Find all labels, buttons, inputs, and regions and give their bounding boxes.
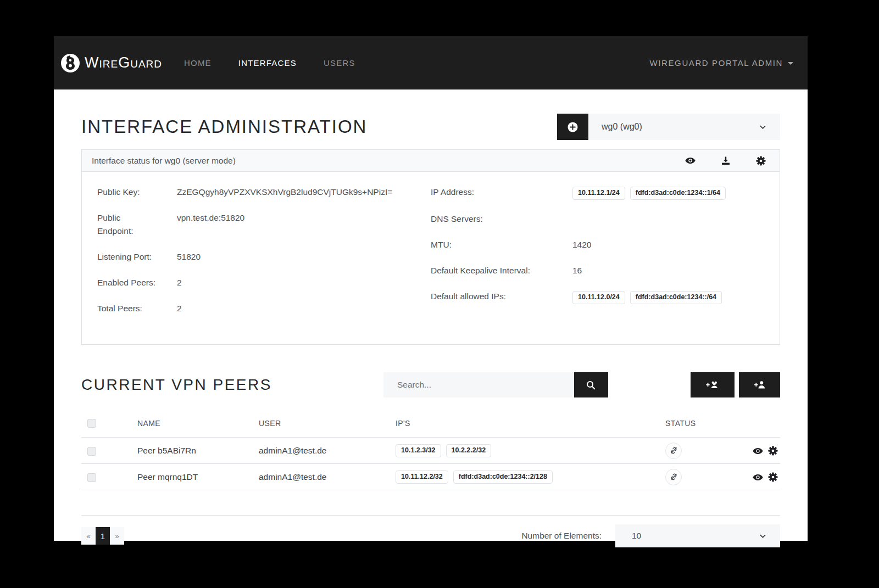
status-field-row: Enabled Peers:2	[97, 276, 431, 289]
top-navbar: WireGuard HOMEINTERFACESUSERS WIREGUARD …	[54, 36, 808, 89]
add-interface-button[interactable]	[557, 114, 588, 140]
field-label: Total Peers:	[97, 302, 159, 315]
brand[interactable]: WireGuard	[60, 53, 162, 73]
interface-select-value: wg0 (wg0)	[602, 122, 642, 132]
field-label: Default Keepalive Interval:	[431, 264, 563, 277]
download-config-button[interactable]	[721, 155, 731, 166]
main-nav: HOMEINTERFACESUSERS	[184, 58, 355, 68]
select-all-header	[81, 411, 137, 438]
user-menu-label: WIREGUARD PORTAL ADMIN	[650, 58, 783, 68]
peer-status-cell	[665, 464, 735, 490]
peer-select-cell	[81, 464, 137, 490]
peers-table: NAME USER IP'S STATUS Peer b5ABi7Rnadmin…	[81, 411, 780, 490]
interface-details-right: IP Address:10.11.12.1/24fdfd:d3ad:c0de:1…	[431, 186, 764, 328]
search-input[interactable]	[383, 372, 574, 397]
link-slash-icon	[670, 473, 678, 481]
status-field-row: Default allowed IPs:10.11.12.0/24fdfd:d3…	[431, 290, 764, 304]
view-config-button[interactable]	[685, 155, 696, 166]
ip-badge: 10.2.2.2/32	[446, 444, 492, 457]
status-field-row: Default Keepalive Interval:16	[431, 264, 764, 277]
chevron-down-icon	[759, 123, 767, 131]
row-checkbox[interactable]	[87, 447, 96, 456]
column-header-actions	[735, 411, 780, 438]
ip-badge: fdfd:d3ad:c0de:1234::/64	[630, 291, 722, 304]
add-peer-button[interactable]	[739, 372, 780, 397]
page-nav-button[interactable]: «	[81, 527, 96, 545]
peer-status-cell	[665, 438, 735, 464]
column-header-status: STATUS	[665, 411, 735, 438]
add-users-icon	[705, 380, 720, 390]
edit-peer-button[interactable]	[768, 472, 778, 482]
status-field-row: Public Key:ZzEGQgyh8yVPZXVKSXhVrgB2lud9C…	[97, 186, 431, 199]
user-menu[interactable]: WIREGUARD PORTAL ADMIN	[650, 58, 793, 68]
row-checkbox[interactable]	[87, 473, 96, 482]
peer-name: Peer b5ABi7Rn	[137, 438, 259, 464]
field-value: 16	[572, 264, 582, 277]
table-row: Peer b5ABi7RnadminA1@test.de10.1.2.3/321…	[81, 438, 780, 464]
column-header-name: NAME	[137, 411, 259, 438]
eye-icon	[753, 472, 763, 483]
ip-badge: fdfd:d3ad:c0de:1234::2/128	[453, 471, 553, 484]
card-title: Interface status for wg0 (server mode)	[92, 156, 236, 166]
field-value: 10.11.12.0/24fdfd:d3ad:c0de:1234::/64	[572, 290, 727, 304]
table-row: Peer mqrnq1DTadminA1@test.de10.11.12.2/3…	[81, 464, 780, 490]
ip-badge: fdfd:d3ad:c0de:1234::1/64	[630, 187, 726, 200]
select-all-checkbox[interactable]	[87, 419, 96, 428]
caret-down-icon	[788, 62, 793, 65]
search-icon	[586, 380, 596, 390]
page-nav-button[interactable]: »	[110, 527, 124, 545]
pagination: «1»	[81, 527, 124, 545]
link-slash-icon	[670, 446, 678, 455]
status-field-row: Total Peers:2	[97, 302, 431, 315]
status-field-row: DNS Servers:	[431, 212, 764, 226]
gear-icon	[768, 472, 778, 482]
elements-count-select[interactable]: 10	[615, 524, 780, 547]
nav-link-home[interactable]: HOME	[184, 58, 212, 68]
field-value: ZzEGQgyh8yVPZXVKSXhVrgB2lud9CVjTUGk9s+NP…	[177, 186, 392, 199]
nav-link-interfaces[interactable]: INTERFACES	[238, 58, 297, 68]
search-button[interactable]	[574, 372, 608, 397]
page-title: INTERFACE ADMINISTRATION	[81, 116, 367, 137]
interface-selector-group: wg0 (wg0)	[557, 114, 780, 140]
field-label: Public Endpoint:	[97, 211, 159, 238]
field-value: 1420	[572, 238, 591, 251]
eye-icon	[753, 446, 763, 456]
edit-peer-button[interactable]	[768, 446, 778, 456]
column-header-ips: IP'S	[396, 411, 665, 438]
gear-icon	[768, 446, 778, 456]
footer-divider	[81, 515, 780, 516]
nav-link-users[interactable]: USERS	[324, 58, 355, 68]
field-label: Default allowed IPs:	[431, 290, 563, 303]
field-value: vpn.test.de:51820	[177, 211, 244, 225]
view-peer-button[interactable]	[753, 446, 763, 456]
status-field-row: Public Endpoint:vpn.test.de:51820	[97, 211, 431, 238]
gear-icon	[756, 156, 766, 166]
interface-status-card: Interface status for wg0 (server mode)	[81, 149, 780, 345]
peer-user: adminA1@test.de	[259, 464, 396, 490]
plus-circle-icon	[567, 121, 578, 133]
ip-badge: 10.11.12.1/24	[572, 187, 625, 200]
field-label: Listening Port:	[97, 250, 159, 264]
search-group	[383, 372, 608, 397]
field-label: IP Address:	[431, 186, 563, 199]
interface-details-left: Public Key:ZzEGQgyh8yVPZXVKSXhVrgB2lud9C…	[97, 186, 431, 328]
field-value: 2	[177, 302, 182, 315]
add-multiple-peers-button[interactable]	[691, 372, 735, 397]
peer-actions-cell	[735, 464, 780, 490]
elements-count-value: 10	[632, 531, 641, 541]
ip-badge: 10.1.2.3/32	[396, 444, 441, 457]
add-user-icon	[754, 380, 766, 390]
interface-select[interactable]: wg0 (wg0)	[588, 114, 780, 140]
ip-badge: 10.11.12.0/24	[572, 291, 625, 304]
edit-interface-button[interactable]	[756, 155, 766, 166]
status-field-row: MTU:1420	[431, 238, 764, 251]
ip-badge: 10.11.12.2/32	[396, 471, 448, 484]
status-field-row: IP Address:10.11.12.1/24fdfd:d3ad:c0de:1…	[431, 186, 764, 200]
view-peer-button[interactable]	[753, 472, 763, 483]
column-header-user: USER	[259, 411, 396, 438]
page-number[interactable]: 1	[96, 527, 110, 545]
card-header: Interface status for wg0 (server mode)	[82, 150, 780, 172]
peer-select-cell	[81, 438, 137, 464]
peer-actions-cell	[735, 438, 780, 464]
brand-name: WireGuard	[85, 54, 162, 71]
